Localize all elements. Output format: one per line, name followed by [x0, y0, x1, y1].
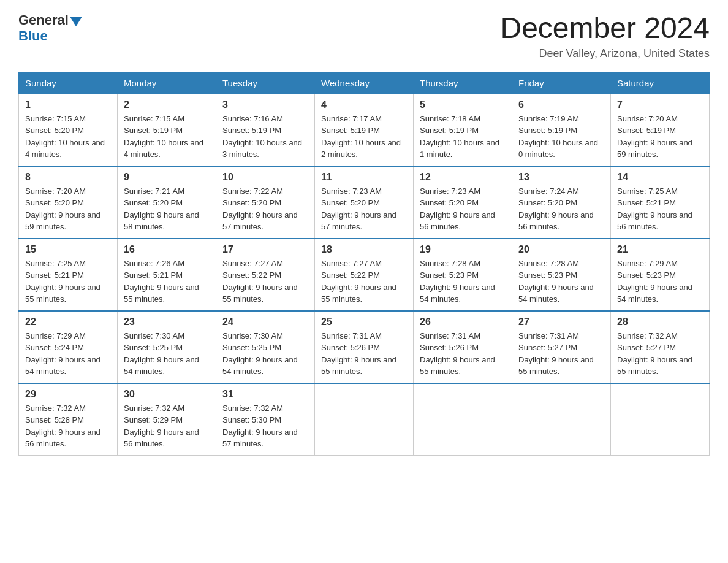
table-row: 7Sunrise: 7:20 AMSunset: 5:19 PMDaylight…: [611, 94, 710, 166]
day-number: 19: [420, 244, 506, 255]
table-row: 8Sunrise: 7:20 AMSunset: 5:20 PMDaylight…: [19, 166, 118, 239]
day-info: Sunrise: 7:29 AMSunset: 5:24 PMDaylight:…: [25, 330, 111, 378]
day-number: 27: [518, 316, 604, 327]
table-row: 16Sunrise: 7:26 AMSunset: 5:21 PMDayligh…: [118, 239, 216, 311]
day-number: 1: [25, 99, 111, 110]
day-number: 26: [420, 316, 506, 327]
calendar-week-row: 1Sunrise: 7:15 AMSunset: 5:20 PMDaylight…: [19, 94, 710, 166]
day-info: Sunrise: 7:27 AMSunset: 5:22 PMDaylight:…: [321, 258, 407, 305]
table-row: 18Sunrise: 7:27 AMSunset: 5:22 PMDayligh…: [315, 239, 414, 311]
calendar-week-row: 15Sunrise: 7:25 AMSunset: 5:21 PMDayligh…: [19, 239, 710, 311]
day-info: Sunrise: 7:15 AMSunset: 5:19 PMDaylight:…: [124, 113, 210, 161]
day-info: Sunrise: 7:32 AMSunset: 5:30 PMDaylight:…: [222, 402, 308, 450]
table-row: 12Sunrise: 7:23 AMSunset: 5:20 PMDayligh…: [414, 166, 512, 239]
table-row: [512, 383, 611, 456]
col-saturday: Saturday: [611, 72, 710, 94]
table-row: 14Sunrise: 7:25 AMSunset: 5:21 PMDayligh…: [611, 166, 710, 239]
day-number: 22: [25, 316, 111, 327]
day-info: Sunrise: 7:23 AMSunset: 5:20 PMDaylight:…: [321, 185, 407, 233]
calendar-week-row: 22Sunrise: 7:29 AMSunset: 5:24 PMDayligh…: [19, 311, 710, 383]
table-row: 29Sunrise: 7:32 AMSunset: 5:28 PMDayligh…: [19, 383, 118, 456]
day-info: Sunrise: 7:15 AMSunset: 5:20 PMDaylight:…: [25, 113, 111, 161]
table-row: 23Sunrise: 7:30 AMSunset: 5:25 PMDayligh…: [118, 311, 216, 383]
table-row: 2Sunrise: 7:15 AMSunset: 5:19 PMDaylight…: [118, 94, 216, 166]
day-info: Sunrise: 7:17 AMSunset: 5:19 PMDaylight:…: [321, 113, 407, 161]
table-row: 19Sunrise: 7:28 AMSunset: 5:23 PMDayligh…: [414, 239, 512, 311]
day-number: 20: [518, 244, 604, 255]
day-number: 13: [518, 172, 604, 183]
day-number: 11: [321, 172, 407, 183]
day-number: 18: [321, 244, 407, 255]
day-info: Sunrise: 7:16 AMSunset: 5:19 PMDaylight:…: [222, 113, 308, 161]
day-number: 21: [617, 244, 703, 255]
day-number: 28: [617, 316, 703, 327]
table-row: [315, 383, 414, 456]
table-row: 10Sunrise: 7:22 AMSunset: 5:20 PMDayligh…: [216, 166, 315, 239]
calendar-body: 1Sunrise: 7:15 AMSunset: 5:20 PMDaylight…: [19, 94, 710, 456]
day-info: Sunrise: 7:26 AMSunset: 5:21 PMDaylight:…: [124, 258, 210, 305]
day-info: Sunrise: 7:32 AMSunset: 5:28 PMDaylight:…: [25, 402, 111, 450]
day-number: 31: [222, 389, 308, 400]
col-thursday: Thursday: [414, 72, 512, 94]
day-number: 2: [124, 99, 210, 110]
day-info: Sunrise: 7:21 AMSunset: 5:20 PMDaylight:…: [124, 185, 210, 233]
day-number: 30: [124, 389, 210, 400]
table-row: 22Sunrise: 7:29 AMSunset: 5:24 PMDayligh…: [19, 311, 118, 383]
calendar-header: Sunday Monday Tuesday Wednesday Thursday…: [19, 72, 710, 94]
day-info: Sunrise: 7:20 AMSunset: 5:20 PMDaylight:…: [25, 185, 111, 233]
day-number: 12: [420, 172, 506, 183]
day-number: 7: [617, 99, 703, 110]
day-info: Sunrise: 7:29 AMSunset: 5:23 PMDaylight:…: [617, 258, 703, 305]
day-info: Sunrise: 7:28 AMSunset: 5:23 PMDaylight:…: [420, 258, 506, 305]
col-sunday: Sunday: [19, 72, 118, 94]
table-row: 25Sunrise: 7:31 AMSunset: 5:26 PMDayligh…: [315, 311, 414, 383]
table-row: 5Sunrise: 7:18 AMSunset: 5:19 PMDaylight…: [414, 94, 512, 166]
day-number: 25: [321, 316, 407, 327]
table-row: [414, 383, 512, 456]
header-row: Sunday Monday Tuesday Wednesday Thursday…: [19, 72, 710, 94]
col-tuesday: Tuesday: [216, 72, 315, 94]
day-number: 6: [518, 99, 604, 110]
day-number: 17: [222, 244, 308, 255]
day-info: Sunrise: 7:25 AMSunset: 5:21 PMDaylight:…: [617, 185, 703, 233]
day-number: 8: [25, 172, 111, 183]
col-monday: Monday: [118, 72, 216, 94]
day-info: Sunrise: 7:20 AMSunset: 5:19 PMDaylight:…: [617, 113, 703, 161]
day-info: Sunrise: 7:31 AMSunset: 5:26 PMDaylight:…: [321, 330, 407, 378]
logo-general-text: General: [18, 12, 69, 28]
day-info: Sunrise: 7:30 AMSunset: 5:25 PMDaylight:…: [222, 330, 308, 378]
day-number: 16: [124, 244, 210, 255]
calendar-week-row: 29Sunrise: 7:32 AMSunset: 5:28 PMDayligh…: [19, 383, 710, 456]
table-row: 3Sunrise: 7:16 AMSunset: 5:19 PMDaylight…: [216, 94, 315, 166]
day-info: Sunrise: 7:27 AMSunset: 5:22 PMDaylight:…: [222, 258, 308, 305]
month-title: December 2024: [500, 12, 710, 45]
col-friday: Friday: [512, 72, 611, 94]
table-row: [611, 383, 710, 456]
logo: General Blue: [18, 12, 82, 44]
table-row: 11Sunrise: 7:23 AMSunset: 5:20 PMDayligh…: [315, 166, 414, 239]
day-info: Sunrise: 7:31 AMSunset: 5:26 PMDaylight:…: [420, 330, 506, 378]
table-row: 27Sunrise: 7:31 AMSunset: 5:27 PMDayligh…: [512, 311, 611, 383]
day-number: 29: [25, 389, 111, 400]
day-info: Sunrise: 7:19 AMSunset: 5:19 PMDaylight:…: [518, 113, 604, 161]
calendar-week-row: 8Sunrise: 7:20 AMSunset: 5:20 PMDaylight…: [19, 166, 710, 239]
day-number: 9: [124, 172, 210, 183]
day-number: 4: [321, 99, 407, 110]
day-number: 24: [222, 316, 308, 327]
day-info: Sunrise: 7:24 AMSunset: 5:20 PMDaylight:…: [518, 185, 604, 233]
table-row: 9Sunrise: 7:21 AMSunset: 5:20 PMDaylight…: [118, 166, 216, 239]
table-row: 1Sunrise: 7:15 AMSunset: 5:20 PMDaylight…: [19, 94, 118, 166]
page-header: General Blue December 2024 Deer Valley, …: [18, 12, 710, 60]
table-row: 26Sunrise: 7:31 AMSunset: 5:26 PMDayligh…: [414, 311, 512, 383]
day-info: Sunrise: 7:32 AMSunset: 5:29 PMDaylight:…: [124, 402, 210, 450]
table-row: 6Sunrise: 7:19 AMSunset: 5:19 PMDaylight…: [512, 94, 611, 166]
table-row: 17Sunrise: 7:27 AMSunset: 5:22 PMDayligh…: [216, 239, 315, 311]
table-row: 24Sunrise: 7:30 AMSunset: 5:25 PMDayligh…: [216, 311, 315, 383]
table-row: 30Sunrise: 7:32 AMSunset: 5:29 PMDayligh…: [118, 383, 216, 456]
day-number: 15: [25, 244, 111, 255]
logo-triangle-icon: [70, 17, 82, 26]
table-row: 21Sunrise: 7:29 AMSunset: 5:23 PMDayligh…: [611, 239, 710, 311]
day-number: 5: [420, 99, 506, 110]
col-wednesday: Wednesday: [315, 72, 414, 94]
table-row: 20Sunrise: 7:28 AMSunset: 5:23 PMDayligh…: [512, 239, 611, 311]
